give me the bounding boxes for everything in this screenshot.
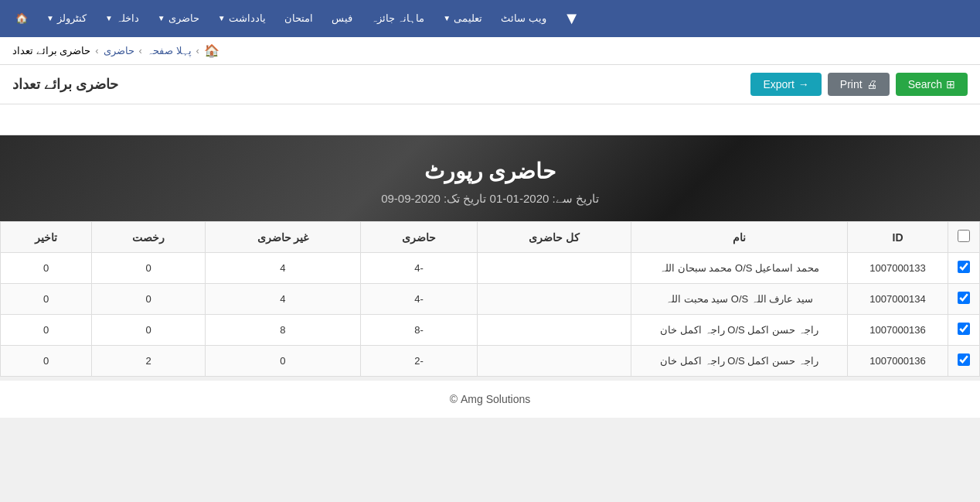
- col-header-leave: رخصت: [92, 222, 206, 253]
- col-header-name: نام: [631, 222, 848, 253]
- home-icon: 🏠: [15, 0, 28, 37]
- table-header-row: ID نام کل حاضری حاضری غیر حاضری رخصت تاخ…: [1, 222, 980, 253]
- nav-exam-label: امتحان: [284, 0, 313, 37]
- row-total: [478, 315, 631, 346]
- row-late: 0: [1, 315, 92, 346]
- row-total: [478, 284, 631, 315]
- attendance-table: ID نام کل حاضری حاضری غیر حاضری رخصت تاخ…: [0, 221, 980, 377]
- breadcrumb-current: حاضری برائے تعداد: [12, 45, 90, 56]
- row-total: [478, 253, 631, 284]
- breadcrumb-link-attendance[interactable]: حاضری: [104, 45, 134, 56]
- row-present: -4: [361, 284, 478, 315]
- nav-home-button[interactable]: 🏠: [8, 0, 36, 37]
- navbar-toggle-icon[interactable]: ▼: [557, 9, 587, 28]
- row-leave: 0: [92, 315, 206, 346]
- toolbar: ⊞ Search 🖨 Print → Export حاضری برائے تع…: [0, 65, 980, 104]
- row-leave: 2: [92, 346, 206, 377]
- export-button[interactable]: → Export: [750, 73, 821, 96]
- row-absent: 0: [205, 346, 360, 377]
- navbar: ▼ ویب سائٹ تعلیمی ▼ ماہانہ جائزہ فیس امت…: [0, 0, 980, 37]
- select-all-checkbox[interactable]: [958, 230, 970, 242]
- report-title: حاضری رپورٹ: [15, 159, 965, 184]
- row-leave: 0: [92, 284, 206, 315]
- row-absent: 4: [205, 253, 360, 284]
- row-name: سید عارف اللہ O/S سید محبت اللہ: [631, 284, 848, 315]
- table-row: 1007000134 سید عارف اللہ O/S سید محبت ال…: [1, 284, 980, 315]
- nav-controls-caret: ▼: [46, 0, 54, 37]
- row-total: [478, 346, 631, 377]
- col-header-total: کل حاضری: [478, 222, 631, 253]
- table-row: 1007000133 محمد اسماعیل O/S محمد سبحان ا…: [1, 253, 980, 284]
- row-present: -2: [361, 346, 478, 377]
- col-header-present: حاضری: [361, 222, 478, 253]
- print-button[interactable]: 🖨 Print: [828, 73, 890, 96]
- row-name: راجہ حسن اکمل O/S راجہ اکمل خان: [631, 315, 848, 346]
- row-checkbox[interactable]: [958, 261, 970, 273]
- row-late: 0: [1, 284, 92, 315]
- nav-website-label: ویب سائٹ: [501, 0, 546, 37]
- row-checkbox-cell: [948, 346, 980, 377]
- nav-notes-label: یادداشت: [229, 0, 266, 37]
- row-id: 1007000136: [848, 315, 948, 346]
- nav-item-education[interactable]: تعلیمی ▼: [435, 0, 490, 37]
- table-row: 1007000136 راجہ حسن اکمل O/S راجہ اکمل خ…: [1, 346, 980, 377]
- nav-notes-caret: ▼: [218, 0, 226, 37]
- row-checkbox-cell: [948, 315, 980, 346]
- breadcrumb-sep3: ›: [95, 45, 98, 56]
- report-date-range: تاریخ سے: 2020-01-01 تاریخ تک: 2020-09-0…: [15, 192, 965, 206]
- row-absent: 8: [205, 315, 360, 346]
- nav-education-caret: ▼: [443, 0, 451, 37]
- row-id: 1007000133: [848, 253, 948, 284]
- table-row: 1007000136 راجہ حسن اکمل O/S راجہ اکمل خ…: [1, 315, 980, 346]
- nav-monthly-label: ماہانہ جائزہ: [371, 0, 425, 37]
- nav-item-monthly[interactable]: ماہانہ جائزہ: [363, 0, 433, 37]
- breadcrumb-sep1: ›: [196, 45, 199, 56]
- breadcrumb-link-home[interactable]: پہلا صفحہ: [147, 45, 192, 56]
- row-checkbox[interactable]: [958, 353, 970, 366]
- col-header-checkbox: [948, 222, 980, 253]
- row-checkbox[interactable]: [958, 323, 970, 335]
- row-checkbox-cell: [948, 284, 980, 315]
- row-absent: 4: [205, 284, 360, 315]
- nav-education-label: تعلیمی: [454, 0, 482, 37]
- filter-icon: ⊞: [946, 78, 955, 90]
- nav-attendance-caret: ▼: [158, 0, 165, 37]
- row-present: -8: [361, 315, 478, 346]
- nav-admission-label: داخلہ: [116, 0, 139, 37]
- nav-item-notes[interactable]: یادداشت ▼: [210, 0, 274, 37]
- navbar-left-toggle: ▼: [557, 9, 587, 29]
- nav-fees-label: فیس: [332, 0, 352, 37]
- search-button-label: Search: [908, 78, 942, 90]
- nav-item-exam[interactable]: امتحان: [277, 0, 321, 37]
- main-content: حاضری رپورٹ تاریخ سے: 2020-01-01 تاریخ ت…: [0, 135, 980, 377]
- table-container: ID نام کل حاضری حاضری غیر حاضری رخصت تاخ…: [0, 221, 980, 377]
- row-id: 1007000134: [848, 284, 948, 315]
- nav-item-admission[interactable]: داخلہ ▼: [97, 0, 147, 37]
- nav-item-controls[interactable]: کنٹرولز ▼: [39, 0, 94, 37]
- filter-area: [0, 104, 980, 135]
- row-late: 0: [1, 346, 92, 377]
- breadcrumb: 🏠 › پہلا صفحہ › حاضری › حاضری برائے تعدا…: [0, 37, 980, 65]
- nav-item-website[interactable]: ویب سائٹ: [493, 0, 554, 37]
- footer: Amg Solutions ©: [0, 380, 980, 418]
- col-header-absent: غیر حاضری: [205, 222, 360, 253]
- col-header-id: ID: [848, 222, 948, 253]
- row-name: راجہ حسن اکمل O/S راجہ اکمل خان: [631, 346, 848, 377]
- row-checkbox[interactable]: [958, 292, 970, 304]
- row-leave: 0: [92, 253, 206, 284]
- footer-text: Amg Solutions ©: [450, 393, 531, 405]
- breadcrumb-sep2: ›: [139, 45, 142, 56]
- nav-item-fees[interactable]: فیس: [324, 0, 360, 37]
- row-late: 0: [1, 253, 92, 284]
- search-button[interactable]: ⊞ Search: [896, 73, 968, 96]
- nav-attendance-label: حاضری: [168, 0, 199, 37]
- print-button-label: Print: [840, 78, 863, 90]
- export-button-label: Export: [763, 78, 794, 90]
- row-id: 1007000136: [848, 346, 948, 377]
- page-title: حاضری برائے تعداد: [12, 76, 118, 93]
- nav-item-attendance[interactable]: حاضری ▼: [150, 0, 207, 37]
- breadcrumb-home-icon[interactable]: 🏠: [204, 43, 219, 58]
- row-name: محمد اسماعیل O/S محمد سبحان اللہ: [631, 253, 848, 284]
- nav-controls-label: کنٹرولز: [57, 0, 87, 37]
- row-checkbox-cell: [948, 253, 980, 284]
